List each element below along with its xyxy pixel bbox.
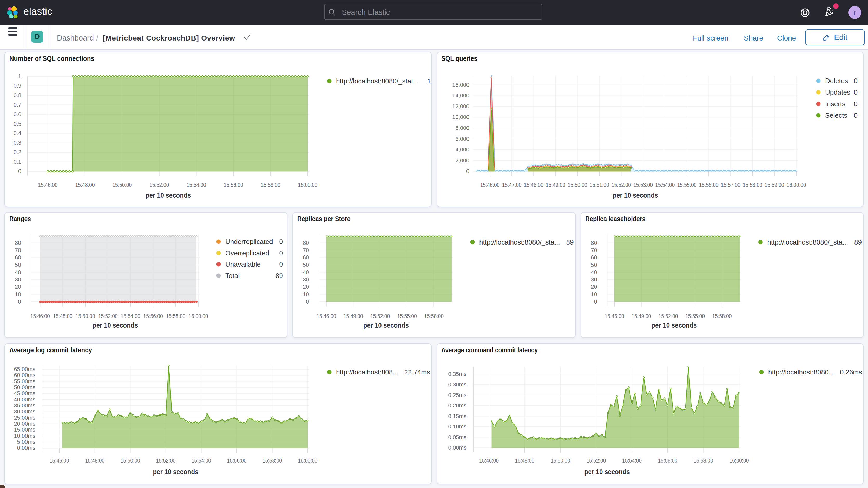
svg-text:Average command commit latency: Average command commit latency <box>441 346 538 354</box>
svg-text:15:58:00: 15:58:00 <box>262 457 282 464</box>
svg-text:15:53:00: 15:53:00 <box>633 182 653 188</box>
svg-text:0.3: 0.3 <box>13 140 21 146</box>
svg-text:0.00ms: 0.00ms <box>17 445 35 451</box>
svg-text:15:48:00: 15:48:00 <box>85 457 104 464</box>
svg-text:15:59:00: 15:59:00 <box>765 182 784 188</box>
svg-text:15:58:00: 15:58:00 <box>743 182 762 188</box>
svg-text:15:50:00: 15:50:00 <box>121 457 140 464</box>
svg-text:0: 0 <box>466 168 469 174</box>
svg-text:0: 0 <box>279 249 283 257</box>
svg-text:0: 0 <box>18 168 21 174</box>
svg-text:15:52:00: 15:52:00 <box>156 457 176 464</box>
svg-text:http://localhost:8080/_stat...: http://localhost:8080/_stat... <box>336 77 418 85</box>
svg-text:40.00ms: 40.00ms <box>14 397 35 403</box>
svg-text:70: 70 <box>15 247 21 253</box>
svg-text:http://localhost:808...: http://localhost:808... <box>336 368 398 376</box>
svg-text:15:54:00: 15:54:00 <box>121 313 140 319</box>
svg-text:Ranges: Ranges <box>9 215 31 222</box>
svg-text:70: 70 <box>591 247 597 253</box>
svg-text:Updates: Updates <box>825 88 850 96</box>
svg-text:8,000: 8,000 <box>455 125 469 131</box>
svg-text:15:46:00: 15:46:00 <box>38 182 58 188</box>
svg-text:15:46:00: 15:46:00 <box>316 313 336 319</box>
svg-text:10: 10 <box>15 291 21 298</box>
svg-text:15:50:00: 15:50:00 <box>567 182 587 188</box>
svg-text:20: 20 <box>591 284 597 290</box>
svg-text:Overreplicated: Overreplicated <box>225 249 269 257</box>
svg-text:5.00ms: 5.00ms <box>17 439 35 445</box>
svg-text:50: 50 <box>15 262 21 268</box>
svg-text:80: 80 <box>303 240 309 246</box>
svg-text:40: 40 <box>303 269 309 275</box>
svg-text:10: 10 <box>303 291 309 298</box>
svg-text:15:57:00: 15:57:00 <box>721 182 740 188</box>
svg-text:15:56:00: 15:56:00 <box>699 182 719 188</box>
svg-text:50.00ms: 50.00ms <box>14 384 35 391</box>
svg-text:0: 0 <box>306 299 309 305</box>
svg-text:15:55:00: 15:55:00 <box>397 313 417 319</box>
svg-text:16:00:00: 16:00:00 <box>298 457 317 464</box>
svg-text:10,000: 10,000 <box>452 114 469 120</box>
svg-text:per 10 seconds: per 10 seconds <box>585 468 630 476</box>
svg-text:0.6: 0.6 <box>13 111 21 118</box>
svg-text:60.00ms: 60.00ms <box>14 372 35 378</box>
svg-text:Underreplicated: Underreplicated <box>225 238 273 246</box>
svg-text:per 10 seconds: per 10 seconds <box>146 191 191 199</box>
svg-text:16,000: 16,000 <box>452 82 469 88</box>
svg-text:25.00ms: 25.00ms <box>14 415 35 421</box>
svg-text:60: 60 <box>303 254 309 261</box>
svg-text:Number of SQL connections: Number of SQL connections <box>9 55 94 62</box>
svg-text:65.00ms: 65.00ms <box>14 366 35 372</box>
svg-text:per 10 seconds: per 10 seconds <box>651 322 697 329</box>
svg-text:per 10 seconds: per 10 seconds <box>363 322 409 329</box>
svg-text:15:58:00: 15:58:00 <box>712 313 732 319</box>
svg-text:14,000: 14,000 <box>452 92 469 99</box>
svg-text:15:56:00: 15:56:00 <box>224 182 243 188</box>
svg-text:0: 0 <box>279 238 283 246</box>
svg-text:15:52:00: 15:52:00 <box>370 313 390 319</box>
svg-text:15:48:00: 15:48:00 <box>515 457 534 464</box>
svg-text:15:58:00: 15:58:00 <box>261 182 280 188</box>
svg-text:15:52:00: 15:52:00 <box>149 182 169 188</box>
svg-text:http://localhost:8080...: http://localhost:8080... <box>768 368 834 376</box>
svg-text:10: 10 <box>591 291 597 298</box>
svg-text:15:51:00: 15:51:00 <box>590 182 609 188</box>
svg-text:SQL queries: SQL queries <box>441 55 477 62</box>
svg-text:89: 89 <box>854 238 862 246</box>
svg-text:60: 60 <box>15 254 21 261</box>
svg-text:0.05ms: 0.05ms <box>448 434 466 440</box>
svg-text:10.00ms: 10.00ms <box>14 433 35 439</box>
svg-text:15:55:00: 15:55:00 <box>685 313 705 319</box>
svg-text:55.00ms: 55.00ms <box>14 378 35 385</box>
svg-text:12,000: 12,000 <box>452 103 469 110</box>
svg-text:Replica leaseholders: Replica leaseholders <box>585 215 646 222</box>
svg-text:15:46:00: 15:46:00 <box>50 457 69 464</box>
svg-text:0.8: 0.8 <box>13 92 21 98</box>
svg-text:0.4: 0.4 <box>13 130 21 136</box>
svg-text:15:46:00: 15:46:00 <box>480 182 500 188</box>
svg-text:15:56:00: 15:56:00 <box>658 457 678 464</box>
svg-text:30: 30 <box>591 276 597 283</box>
svg-text:4,000: 4,000 <box>455 147 469 153</box>
svg-text:0.5: 0.5 <box>13 121 21 127</box>
svg-text:per 10 seconds: per 10 seconds <box>613 191 658 199</box>
svg-text:15:54:00: 15:54:00 <box>187 182 206 188</box>
svg-text:15:47:00: 15:47:00 <box>502 182 522 188</box>
svg-text:15:58:00: 15:58:00 <box>693 457 713 464</box>
svg-text:1: 1 <box>427 77 431 85</box>
svg-text:6,000: 6,000 <box>455 136 469 142</box>
svg-text:15:49:00: 15:49:00 <box>546 182 565 188</box>
svg-text:15:52:00: 15:52:00 <box>587 457 606 464</box>
svg-text:15:52:00: 15:52:00 <box>658 313 678 319</box>
svg-text:http://localhost:8080/_sta...: http://localhost:8080/_sta... <box>479 238 560 246</box>
svg-text:0: 0 <box>594 299 597 305</box>
svg-text:15:56:00: 15:56:00 <box>227 457 247 464</box>
svg-text:45.00ms: 45.00ms <box>14 390 35 397</box>
svg-text:0.00ms: 0.00ms <box>448 445 466 451</box>
svg-text:0.20ms: 0.20ms <box>448 402 466 409</box>
svg-text:15:54:00: 15:54:00 <box>622 457 642 464</box>
svg-text:70: 70 <box>303 247 309 253</box>
svg-text:20: 20 <box>15 284 21 290</box>
svg-text:15.00ms: 15.00ms <box>14 427 35 433</box>
svg-text:15:48:00: 15:48:00 <box>524 182 544 188</box>
